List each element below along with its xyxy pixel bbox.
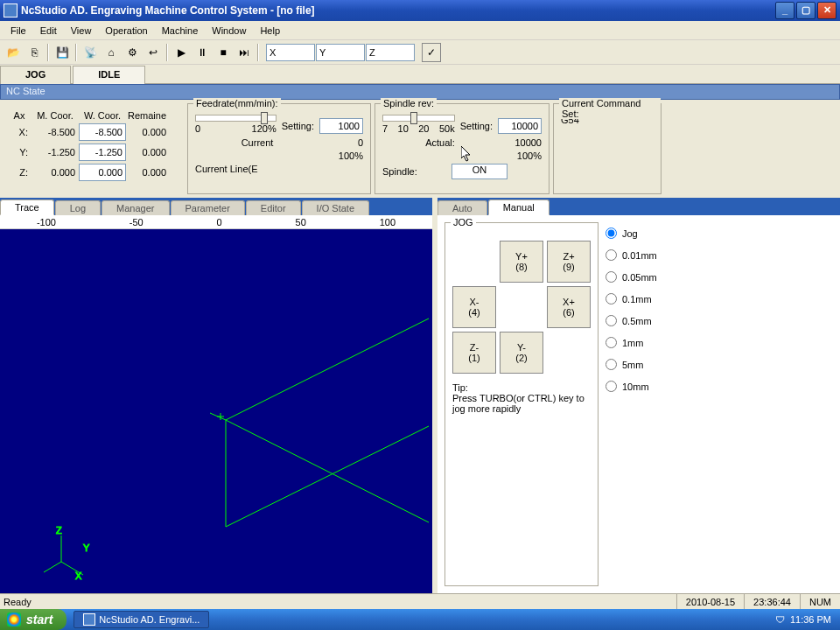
feedrate-current-value: 0 (319, 137, 363, 148)
system-tray[interactable]: 🛡 11:36 PM (766, 614, 840, 625)
axis-y-remain: 0.000 (126, 147, 168, 158)
spindle-tick-50k: 50k (439, 123, 455, 134)
play-icon[interactable]: ▶ (172, 43, 191, 62)
tip-label: Tip: (452, 382, 591, 393)
radio-005mm[interactable] (606, 271, 617, 283)
jog-step-radios: Jog 0.01mm 0.05mm 0.1mm 0.5mm 1mm 5mm 10… (606, 222, 657, 586)
radio-01mm-label: 0.1mm (622, 294, 652, 304)
pause-icon[interactable]: ⏸ (192, 43, 212, 62)
jog-x-minus-button[interactable]: X-(4) (452, 286, 496, 328)
menu-view[interactable]: View (64, 24, 99, 38)
tray-icon[interactable]: 🛡 (775, 614, 785, 625)
menu-edit[interactable]: Edit (33, 24, 64, 38)
tab-auto[interactable]: Auto (438, 200, 487, 215)
broadcast-icon[interactable]: 📡 (80, 43, 100, 62)
axis-z-label: Z: (7, 167, 32, 178)
tab-log[interactable]: Log (55, 200, 101, 215)
minimize-button[interactable]: _ (775, 2, 794, 19)
save-icon[interactable]: 💾 (52, 43, 72, 62)
status-date: 2010-08-15 (676, 594, 744, 609)
axis-y-label: Y: (7, 147, 32, 158)
goto-icon[interactable]: ✓ (422, 43, 441, 62)
current-line-label: Current Line(E (195, 164, 363, 174)
jog-y-minus-button[interactable]: Y-(2) (500, 332, 543, 374)
mode-tabs: JOG IDLE (0, 65, 840, 84)
menu-operation[interactable]: Operation (98, 24, 154, 38)
feedrate-percent: 100% (339, 150, 363, 161)
title-text: NcStudio AD. Engraving Machine Control S… (21, 4, 775, 17)
coord-x-input[interactable] (266, 44, 315, 61)
ruler-top: -100 -50 0 50 100 (0, 215, 432, 229)
coord-z-input[interactable] (366, 44, 415, 61)
maximize-button[interactable]: ▢ (796, 2, 816, 19)
axis-panel: Ax M. Coor. W. Coor. Remaine X: -8.500 0… (4, 103, 184, 194)
jog-box: JOG Y+(8) Z+(9) X-(4) X+(6) Z-(1) Y-(2) … (444, 222, 598, 586)
tab-manual[interactable]: Manual (488, 200, 550, 215)
spindle-slider[interactable] (382, 115, 455, 122)
axis-x-wcoor-input[interactable] (79, 123, 126, 141)
title-bar: NcStudio AD. Engraving Machine Control S… (0, 0, 840, 21)
jog-z-plus-button[interactable]: Z+(9) (547, 241, 591, 283)
spindle-percent: 100% (517, 150, 542, 161)
radio-10mm[interactable] (606, 381, 617, 392)
radio-005mm-label: 0.05mm (622, 272, 657, 283)
coord-y-input[interactable] (316, 44, 365, 61)
feedrate-panel: Feedrate(mm/min): 0120% Setting: Current… (187, 103, 371, 194)
radio-5mm[interactable] (606, 359, 617, 370)
status-time: 23:36:44 (744, 594, 800, 609)
home-icon[interactable]: ⌂ (102, 43, 121, 62)
axis-header-ax: Ax (7, 110, 32, 121)
tip-text: Press TURBO(or CTRL) key to jog more rap… (452, 393, 591, 414)
spindle-state-button[interactable]: ON (452, 164, 508, 179)
radio-1mm[interactable] (606, 337, 617, 348)
menu-help[interactable]: Help (253, 24, 287, 38)
step-icon[interactable]: ⏭ (234, 43, 254, 62)
return-icon[interactable]: ↩ (144, 43, 163, 62)
toolbar: 📂 ⎘ 💾 📡 ⌂ ⚙ ↩ ▶ ⏸ ■ ⏭ ✓ (0, 40, 840, 65)
start-button[interactable]: start (0, 609, 66, 630)
unload-icon[interactable]: ⎘ (24, 43, 44, 62)
spindle-tick-10: 10 (398, 123, 409, 134)
mode-tab-jog[interactable]: JOG (0, 66, 71, 84)
feedrate-setting-label: Setting: (282, 121, 314, 131)
stop-icon[interactable]: ■ (214, 43, 233, 62)
spindle-legend: Spindle rev: (381, 98, 437, 108)
axis-y-wcoor-input[interactable] (79, 144, 126, 161)
tool-icon[interactable]: ⚙ (122, 43, 142, 62)
ruler-tick: -50 (130, 217, 144, 228)
menu-window[interactable]: Window (205, 24, 253, 38)
tab-parameter[interactable]: Parameter (171, 200, 245, 215)
jog-x-plus-button[interactable]: X+(6) (547, 286, 591, 328)
radio-001mm[interactable] (606, 249, 617, 261)
menu-machine[interactable]: Machine (155, 24, 206, 38)
svg-text:Y: Y (83, 542, 90, 553)
axis-header-wcoor: W. Coor. (79, 110, 126, 121)
spindle-setting-input[interactable] (498, 118, 542, 134)
taskbar-app[interactable]: NcStudio AD. Engravi... (74, 611, 209, 628)
radio-05mm[interactable] (606, 315, 617, 326)
spindle-actual-value: 10000 (498, 137, 542, 148)
axis-x-mcoor: -8.500 (32, 127, 79, 137)
tab-manager[interactable]: Manager (102, 200, 169, 215)
radio-01mm[interactable] (606, 293, 617, 304)
close-button[interactable]: ✕ (817, 2, 836, 19)
spindle-label: Spindle: (382, 166, 417, 177)
taskbar-app-icon (83, 613, 95, 626)
spindle-actual-label: Actual: (425, 137, 455, 148)
feedrate-slider[interactable] (195, 115, 276, 122)
tab-trace[interactable]: Trace (0, 200, 54, 215)
jog-y-plus-button[interactable]: Y+(8) (500, 241, 543, 283)
feedrate-setting-input[interactable] (319, 118, 363, 134)
mode-tab-idle[interactable]: IDLE (73, 66, 145, 84)
svg-line-1 (226, 420, 429, 522)
axis-z-wcoor-input[interactable] (79, 164, 126, 181)
tab-editor[interactable]: Editor (246, 200, 301, 215)
axis-header-remaine: Remaine (126, 110, 168, 121)
tab-iostate[interactable]: I/O State (302, 200, 369, 215)
menu-file[interactable]: File (4, 24, 33, 38)
radio-jog[interactable] (606, 228, 617, 239)
status-num: NUM (800, 594, 840, 609)
jog-z-minus-button[interactable]: Z-(1) (452, 332, 496, 374)
trace-canvas[interactable]: Z Y X (0, 229, 432, 593)
open-icon[interactable]: 📂 (4, 43, 23, 62)
